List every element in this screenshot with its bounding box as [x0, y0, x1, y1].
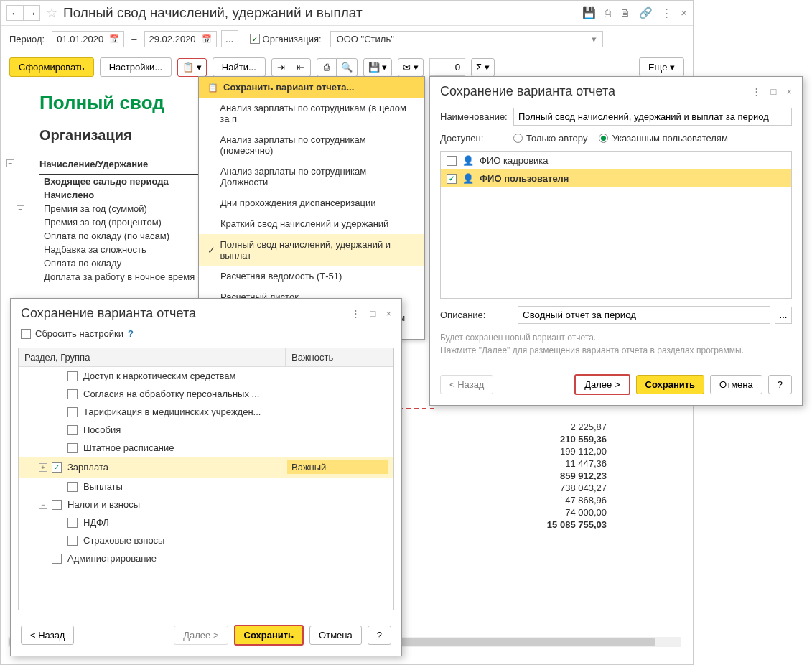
link-icon[interactable]: 🔗 — [639, 6, 653, 19]
save-icon[interactable]: 💾 — [582, 6, 596, 19]
print-button[interactable]: ⎙ — [317, 58, 337, 77]
num-input[interactable] — [429, 58, 465, 76]
desc-input[interactable] — [518, 306, 770, 324]
next-button[interactable]: Далее > — [174, 626, 228, 645]
back-button[interactable]: < Назад — [440, 375, 493, 394]
save-variant-label: Сохранить вариант отчета... — [223, 82, 354, 93]
maximize-icon[interactable]: □ — [771, 86, 777, 97]
tree-toggle[interactable]: − — [17, 205, 24, 213]
favorite-icon[interactable]: ☆ — [46, 5, 57, 21]
kebab-icon[interactable]: ⋮ — [661, 6, 672, 19]
doc-icon[interactable]: 🗎 — [620, 6, 630, 19]
row-checkbox[interactable] — [67, 518, 78, 528]
collapse-button[interactable]: ⇤ — [291, 58, 311, 77]
tree-row[interactable]: Администрирование — [19, 549, 393, 567]
radio-users[interactable]: Указанным пользователям — [599, 133, 727, 144]
expand-icon[interactable]: + — [39, 463, 47, 472]
row-checkbox[interactable] — [52, 500, 62, 510]
row-checkbox[interactable] — [67, 443, 78, 453]
settings-button[interactable]: Настройки... — [100, 57, 172, 77]
print-icon[interactable]: ⎙ — [605, 6, 611, 19]
tree-row[interactable]: Штатное расписание — [19, 439, 393, 457]
variant-label: Анализ зарплаты по сотрудникам (помесячн… — [220, 134, 416, 156]
expand-icon[interactable]: − — [39, 501, 47, 509]
forward-button[interactable]: → — [23, 5, 40, 21]
calendar-icon[interactable]: 📅 — [202, 34, 212, 44]
variants-dropdown-button[interactable]: 📋 ▾ — [177, 58, 207, 77]
variant-item[interactable]: ✓Полный свод начислений, удержаний и вып… — [199, 234, 424, 266]
more-button[interactable]: Еще ▾ — [639, 57, 684, 77]
save-button[interactable]: Сохранить — [234, 625, 304, 646]
importance-value[interactable]: Важный — [287, 460, 388, 474]
help-button[interactable]: ? — [368, 626, 391, 645]
next-button[interactable]: Далее > — [574, 374, 630, 395]
variant-item[interactable]: Расчетная ведомость (Т-51) — [199, 266, 424, 287]
back-button[interactable]: < Назад — [21, 626, 74, 645]
save-variant-item[interactable]: 📋 Сохранить вариант отчета... — [199, 77, 424, 98]
table-header: Начисление/Удержание — [39, 154, 199, 175]
cancel-button[interactable]: Отмена — [309, 626, 362, 645]
row-checkbox[interactable]: ✓ — [52, 462, 62, 473]
expand-button[interactable]: ⇥ — [271, 58, 291, 77]
maximize-icon[interactable]: □ — [370, 308, 376, 319]
report-table: Входящее сальдо периодаНачисленоПремия з… — [39, 175, 199, 284]
user-checkbox[interactable]: ✓ — [447, 174, 457, 184]
preview-button[interactable]: 🔍 — [336, 58, 358, 77]
find-button[interactable]: Найти... — [213, 57, 266, 77]
row-checkbox[interactable] — [67, 371, 78, 381]
variant-item[interactable]: Анализ зарплаты по сотрудникам (в целом … — [199, 98, 424, 129]
row-checkbox[interactable] — [52, 554, 62, 564]
radio-author[interactable]: Только автору — [513, 133, 587, 144]
org-checkbox[interactable]: ✓ — [250, 34, 260, 44]
user-checkbox[interactable] — [447, 156, 457, 166]
row-checkbox[interactable] — [67, 389, 78, 399]
reset-checkbox[interactable] — [21, 329, 31, 339]
user-row[interactable]: ✓ 👤 ФИО пользователя — [441, 169, 791, 187]
mail-button[interactable]: ✉ ▾ — [398, 58, 424, 77]
variant-item[interactable]: Анализ зарплаты по сотрудникам Должности — [199, 161, 424, 192]
variant-item[interactable]: Анализ зарплаты по сотрудникам (помесячн… — [199, 129, 424, 161]
help-link[interactable]: ? — [128, 328, 134, 339]
period-more-button[interactable]: ... — [221, 30, 238, 47]
cancel-button[interactable]: Отмена — [710, 375, 762, 394]
tree-toggle[interactable]: − — [6, 159, 14, 167]
variant-item[interactable]: Краткий свод начислений и удержаний — [199, 213, 424, 234]
close-icon[interactable]: × — [681, 6, 687, 19]
row-label: Страховые взносы — [83, 535, 388, 546]
name-input[interactable] — [513, 108, 792, 126]
generate-button[interactable]: Сформировать — [9, 57, 94, 77]
date-from-input[interactable]: 01.01.2020 📅 — [52, 31, 124, 47]
tree-row[interactable]: НДФЛ — [19, 513, 393, 531]
user-row[interactable]: 👤 ФИО кадровика — [441, 152, 791, 169]
tree-row[interactable]: Согласия на обработку персональных ... — [19, 385, 393, 403]
report-title: Полный свод — [39, 92, 199, 114]
kebab-icon[interactable]: ⋮ — [351, 308, 360, 319]
row-checkbox[interactable] — [67, 482, 78, 492]
desc-more-button[interactable]: ... — [775, 307, 792, 324]
tree-row[interactable]: −Налоги и взносы — [19, 496, 393, 513]
save-button[interactable]: Сохранить — [636, 375, 705, 394]
tree-row[interactable]: Пособия — [19, 421, 393, 439]
calendar-icon[interactable]: 📅 — [109, 34, 119, 44]
row-checkbox[interactable] — [67, 425, 78, 435]
row-checkbox[interactable] — [67, 407, 78, 417]
org-checkbox-wrap[interactable]: ✓ Организация: — [250, 34, 326, 45]
help-button[interactable]: ? — [768, 375, 792, 394]
close-icon[interactable]: × — [786, 86, 792, 97]
close-icon[interactable]: × — [386, 308, 391, 319]
variant-item[interactable]: Дни прохождения диспансеризации — [199, 192, 424, 213]
tree-row[interactable]: Доступ к наркотическим средствам — [19, 367, 393, 385]
tree-row[interactable]: Тарификация в медицинских учрежден... — [19, 403, 393, 421]
save-disk-button[interactable]: 💾 ▾ — [363, 58, 393, 77]
tree-row[interactable]: Выплаты — [19, 478, 393, 496]
kebab-icon[interactable]: ⋮ — [752, 86, 761, 97]
org-select[interactable]: ООО "Стиль" ▾ — [330, 31, 603, 47]
row-checkbox[interactable] — [67, 536, 78, 546]
date-to-input[interactable]: 29.02.2020 📅 — [144, 31, 217, 47]
back-button[interactable]: ← — [6, 5, 24, 21]
sigma-button[interactable]: Σ ▾ — [471, 58, 495, 77]
row-label: Администрирование — [67, 553, 388, 564]
tree-row[interactable]: +✓ЗарплатаВажный — [19, 457, 393, 478]
tree-row[interactable]: Страховые взносы — [19, 531, 393, 549]
radio-users-label: Указанным пользователям — [612, 133, 727, 144]
